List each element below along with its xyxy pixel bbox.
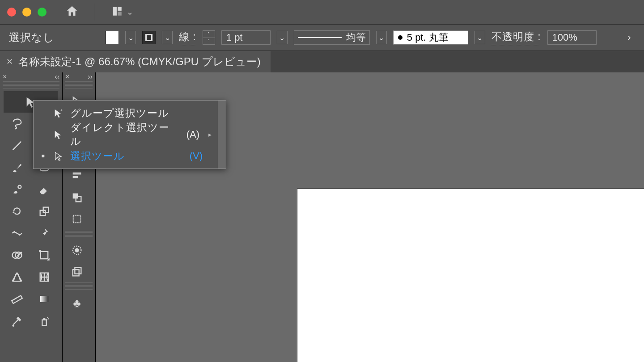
svg-rect-30 <box>75 268 81 274</box>
symbols-panel-icon[interactable]: ♣ <box>66 292 88 314</box>
fill-color-swatch <box>106 31 119 44</box>
mesh-tool[interactable] <box>31 266 58 288</box>
stroke-profile-dropdown[interactable]: ⌄ <box>376 31 387 44</box>
svg-rect-1 <box>118 7 122 11</box>
line-tool[interactable] <box>4 135 30 156</box>
brush-tool[interactable] <box>4 157 30 178</box>
blob-brush-tool[interactable] <box>4 179 30 200</box>
flyout-item-select[interactable]: ■選択ツール(V) <box>34 145 218 167</box>
stroke-weight-field[interactable]: 1 pt <box>221 30 271 45</box>
eyedropper-tool[interactable] <box>4 310 30 332</box>
panel-grip[interactable] <box>3 81 59 88</box>
panel-grip[interactable] <box>65 230 93 237</box>
svg-line-3 <box>13 142 21 150</box>
stroke-swatch[interactable] <box>142 30 156 45</box>
svg-rect-2 <box>118 12 122 16</box>
title-bar: ⌄ <box>0 0 644 24</box>
brush-definition[interactable]: 5 pt. 丸筆 <box>393 30 468 45</box>
group-select-icon: + <box>52 108 64 118</box>
svg-rect-18 <box>43 318 46 320</box>
flyout-item-direct-select[interactable]: ダイレクト選択ツール(A)▸ <box>34 124 218 145</box>
panel-grip[interactable] <box>65 282 93 290</box>
brush-label: 5 pt. 丸筆 <box>407 31 449 44</box>
document-tab-title: 名称未設定-1 @ 66.67% (CMYK/GPU プレビュー) <box>18 55 261 69</box>
stroke-color-swatch <box>142 31 156 44</box>
stroke-swatch-dropdown[interactable]: ⌄ <box>162 31 173 44</box>
opacity-label: 不透明度 : <box>491 30 541 45</box>
flyout-tearoff-handle[interactable] <box>218 101 226 168</box>
flyout-item-label: ダイレクト選択ツール <box>70 121 172 148</box>
measure-tool[interactable] <box>4 288 30 310</box>
collapse-icon[interactable]: ‹‹ <box>55 73 59 81</box>
layers-panel-icon[interactable] <box>66 261 88 282</box>
club-icon: ♣ <box>71 297 83 309</box>
pin-tool[interactable] <box>31 223 58 244</box>
gradient-tool[interactable] <box>31 288 58 310</box>
expand-icon[interactable]: ›› <box>88 73 93 81</box>
svg-rect-16 <box>40 296 49 302</box>
check-icon: ■ <box>40 153 46 159</box>
svg-point-9 <box>13 231 15 233</box>
fill-swatch-dropdown[interactable]: ⌄ <box>125 31 136 44</box>
stroke-profile[interactable]: 均等 <box>294 30 370 45</box>
shape-builder-tool[interactable] <box>4 244 30 266</box>
document-tab[interactable]: ✕ 名称未設定-1 @ 66.67% (CMYK/GPU プレビュー) <box>0 51 271 72</box>
close-icon[interactable]: × <box>3 73 7 81</box>
close-icon[interactable]: × <box>65 73 69 81</box>
free-transform-tool[interactable] <box>31 244 58 266</box>
pathfinder-tool[interactable] <box>66 187 88 208</box>
scale-tool[interactable] <box>31 201 58 222</box>
stroke-profile-label: 均等 <box>346 31 366 44</box>
svg-text:+: + <box>60 108 63 113</box>
stroke-weight-stepper[interactable]: ˄ ˅ <box>203 30 215 45</box>
svg-point-20 <box>48 318 49 319</box>
window-traffic-lights <box>7 8 47 17</box>
svg-rect-22 <box>73 173 81 175</box>
width-tool[interactable] <box>4 223 30 244</box>
flyout-item-label: 選択ツール <box>70 149 175 163</box>
selection-status-label: 選択なし <box>9 30 55 45</box>
panel-grip[interactable] <box>65 81 93 88</box>
brush-dropdown[interactable]: ⌄ <box>475 31 485 44</box>
lasso-tool[interactable] <box>4 113 30 135</box>
select-icon <box>52 151 64 161</box>
window-minimize-button[interactable] <box>22 8 31 17</box>
rotate-tool[interactable] <box>4 201 30 222</box>
home-icon[interactable] <box>65 4 79 20</box>
stroke-label: 線 : <box>179 30 196 45</box>
work-area: × ‹‹ <box>0 72 644 362</box>
submenu-arrow-icon: ▸ <box>208 131 212 138</box>
stepper-up-icon: ˄ <box>203 31 215 38</box>
opacity-field[interactable]: 100% <box>547 30 597 45</box>
close-icon[interactable]: ✕ <box>6 57 13 67</box>
selection-tool-flyout: +グループ選択ツールダイレクト選択ツール(A)▸■選択ツール(V) <box>33 100 226 169</box>
appearance-panel-icon[interactable] <box>66 240 88 261</box>
fill-swatch[interactable] <box>106 30 119 45</box>
svg-rect-23 <box>73 176 78 178</box>
options-more-button[interactable]: › <box>623 30 635 45</box>
svg-rect-0 <box>113 7 117 16</box>
eraser-tool[interactable] <box>31 179 58 200</box>
svg-point-19 <box>47 317 48 318</box>
window-close-button[interactable] <box>7 8 16 17</box>
svg-point-21 <box>47 319 47 320</box>
artboard-tool[interactable] <box>66 208 88 230</box>
svg-point-6 <box>18 185 21 189</box>
svg-rect-29 <box>73 269 79 276</box>
flyout-item-shortcut: (A) <box>178 129 199 140</box>
window-zoom-button[interactable] <box>38 8 47 17</box>
stroke-weight-dropdown[interactable]: ⌄ <box>277 31 288 44</box>
panel-header: × ‹‹ <box>0 72 62 81</box>
chevron-down-icon: ⌄ <box>127 7 133 17</box>
flyout-item-shortcut: (V) <box>181 150 203 162</box>
flyout-item-label: グループ選択ツール <box>70 106 175 120</box>
separator <box>95 4 95 21</box>
artboard[interactable] <box>297 189 644 362</box>
options-bar: 選択なし ⌄ ⌄ 線 : ˄ ˅ 1 pt ⌄ 均等 ⌄ 5 pt. 丸筆 ⌄ … <box>0 25 644 51</box>
svg-rect-17 <box>42 320 46 326</box>
perspective-grid-tool[interactable] <box>4 266 30 288</box>
workspace-switcher[interactable]: ⌄ <box>111 5 133 19</box>
spray-tool[interactable] <box>31 310 58 332</box>
workspace-switcher-icon <box>111 5 123 19</box>
panel-header: × ›› <box>63 72 95 81</box>
